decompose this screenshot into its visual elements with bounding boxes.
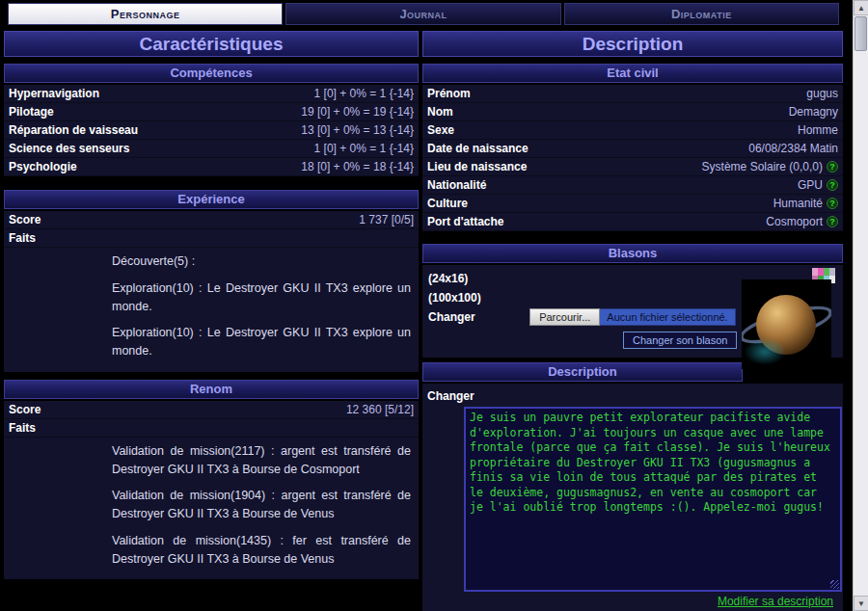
civil-label: Nationalité bbox=[427, 178, 486, 192]
skill-label: Psychologie bbox=[9, 160, 77, 173]
help-icon[interactable]: ? bbox=[827, 179, 838, 191]
modify-description-link[interactable]: Modifier sa description bbox=[422, 595, 833, 608]
renom-section: Score 12 360 [5/12] Faits Validation de … bbox=[4, 401, 419, 580]
skill-value: 13 [0] + 0% = 13 {-14} bbox=[301, 123, 414, 137]
skill-value: 1 [0] + 0% = 1 {-14} bbox=[314, 142, 414, 155]
blason-small-size-label: (24x16) bbox=[428, 272, 468, 285]
civil-value: GPU bbox=[798, 178, 823, 192]
experience-header: Expérience bbox=[4, 190, 419, 209]
civil-label: Port d'attache bbox=[427, 215, 504, 228]
civil-label: Nom bbox=[427, 105, 453, 119]
change-blason-button[interactable]: Changer son blason bbox=[623, 332, 737, 349]
blasons-section: (24x16) (100x100) Changer Parcourir... A… bbox=[422, 265, 843, 358]
renom-faits: Validation de mission(2117) : argent est… bbox=[4, 438, 419, 580]
right-panel-title: Description bbox=[422, 31, 843, 57]
civil-row: Nom Demagny bbox=[422, 103, 843, 121]
scroll-down-icon[interactable]: ▼ bbox=[854, 596, 868, 611]
scroll-up-icon[interactable]: ▲ bbox=[854, 0, 868, 15]
civil-row: Sexe Homme bbox=[422, 121, 843, 140]
skill-label: Hypernavigation bbox=[9, 87, 99, 100]
main-content: Personnage Journal Diplomatie Caractéris… bbox=[0, 0, 853, 611]
experience-section: Score 1 737 [0/5] Faits Découverte(5) : … bbox=[4, 211, 419, 372]
skill-row: Science des senseurs 1 [0] + 0% = 1 {-14… bbox=[4, 140, 419, 158]
help-icon[interactable]: ? bbox=[827, 161, 838, 173]
civil-label: Prénom bbox=[427, 87, 471, 100]
app-window: Personnage Journal Diplomatie Caractéris… bbox=[0, 0, 868, 611]
tab-diplomatie[interactable]: Diplomatie bbox=[564, 3, 839, 25]
resize-grip-icon[interactable] bbox=[830, 580, 839, 589]
etat-civil-header: Etat civil bbox=[422, 64, 843, 83]
blason-large-image bbox=[742, 279, 831, 369]
blason-large-size-label: (100x100) bbox=[428, 291, 481, 305]
skill-row: Pilotage 19 [0] + 0% = 19 {-14} bbox=[4, 103, 419, 121]
left-panel-title: Caractéristiques bbox=[4, 31, 419, 57]
civil-label: Sexe bbox=[427, 123, 454, 137]
faits-label: Faits bbox=[9, 421, 36, 435]
etat-civil-section: Prénom gugus Nom Demagny Sexe Homme Date… bbox=[422, 85, 843, 231]
file-input[interactable]: Parcourir... Aucun fichier sélectionné. bbox=[529, 308, 736, 326]
score-value: 12 360 [5/12] bbox=[346, 403, 414, 416]
civil-value: Humanité bbox=[773, 197, 823, 210]
description-header: Description bbox=[422, 362, 743, 382]
civil-value: 06/08/2384 Matin bbox=[748, 142, 838, 155]
civil-value: Homme bbox=[798, 123, 838, 137]
fait-item: Exploration(10) : Le Destroyer GKU II TX… bbox=[112, 324, 411, 360]
skill-label: Science des senseurs bbox=[9, 142, 129, 155]
civil-label: Lieu de naissance bbox=[427, 160, 527, 173]
score-label: Score bbox=[9, 403, 41, 416]
civil-label: Date de naissance bbox=[427, 142, 529, 155]
fait-item: Découverte(5) : bbox=[112, 252, 411, 271]
civil-value: Demagny bbox=[789, 105, 838, 119]
panel-caracteristiques: Caractéristiques Compétences Hypernaviga… bbox=[4, 31, 419, 611]
faits-label: Faits bbox=[9, 231, 36, 245]
blason-changer-label: Changer bbox=[428, 310, 475, 324]
panel-description: Description Etat civil Prénom gugus Nom … bbox=[422, 31, 843, 611]
skill-row: Psychologie 18 [0] + 0% = 18 {-14} bbox=[4, 158, 419, 176]
tabbar: Personnage Journal Diplomatie bbox=[0, 0, 853, 25]
vertical-scrollbar[interactable]: ▲ ▼ bbox=[853, 0, 868, 611]
score-value: 1 737 [0/5] bbox=[359, 213, 414, 226]
civil-row: Date de naissance 06/08/2384 Matin bbox=[422, 140, 843, 158]
competences-section: Hypernavigation 1 [0] + 0% = 1 {-14} Pil… bbox=[4, 85, 419, 176]
faits-row: Faits bbox=[4, 229, 419, 248]
civil-row: Lieu de naissance Système Solaire (0,0,0… bbox=[422, 158, 843, 176]
fait-item: Validation de mission(1435) : fer est tr… bbox=[112, 532, 411, 569]
file-selected-text: Aucun fichier sélectionné. bbox=[600, 308, 735, 326]
civil-label: Culture bbox=[427, 197, 468, 210]
skill-value: 1 [0] + 0% = 1 {-14} bbox=[314, 87, 414, 100]
skill-value: 19 [0] + 0% = 19 {-14} bbox=[301, 105, 414, 119]
fait-item: Validation de mission(1904) : argent est… bbox=[112, 487, 411, 523]
planet-glow bbox=[744, 338, 786, 365]
faits-row: Faits bbox=[4, 419, 419, 438]
browse-button[interactable]: Parcourir... bbox=[529, 308, 600, 326]
civil-row: Port d'attache Cosmoport ? bbox=[422, 213, 843, 231]
civil-row: Culture Humanité ? bbox=[422, 195, 843, 213]
skill-row: Réparation de vaisseau 13 [0] + 0% = 13 … bbox=[4, 121, 419, 140]
columns: Caractéristiques Compétences Hypernaviga… bbox=[0, 25, 853, 611]
description-textarea[interactable]: Je suis un pauvre petit explorateur paci… bbox=[464, 407, 842, 592]
experience-faits: Découverte(5) : Exploration(10) : Le Des… bbox=[4, 248, 419, 372]
civil-value: gugus bbox=[806, 87, 838, 100]
tab-personnage[interactable]: Personnage bbox=[8, 3, 283, 25]
scrollbar-thumb[interactable] bbox=[854, 16, 867, 51]
blasons-header: Blasons bbox=[422, 244, 843, 263]
score-row: Score 12 360 [5/12] bbox=[4, 401, 419, 419]
civil-value: Cosmoport bbox=[766, 215, 823, 228]
fait-item: Exploration(10) : Le Destroyer GKU II TX… bbox=[112, 279, 411, 316]
civil-row: Nationalité GPU ? bbox=[422, 176, 843, 195]
help-icon[interactable]: ? bbox=[827, 216, 838, 227]
help-icon[interactable]: ? bbox=[827, 198, 838, 209]
civil-row: Prénom gugus bbox=[422, 85, 843, 103]
score-row: Score 1 737 [0/5] bbox=[4, 211, 419, 229]
renom-header: Renom bbox=[4, 380, 419, 399]
fait-item: Validation de mission(2117) : argent est… bbox=[112, 442, 411, 479]
skill-value: 18 [0] + 0% = 18 {-14} bbox=[301, 160, 414, 173]
skill-label: Pilotage bbox=[9, 105, 54, 119]
skill-row: Hypernavigation 1 [0] + 0% = 1 {-14} bbox=[4, 85, 419, 103]
score-label: Score bbox=[9, 213, 41, 226]
competences-header: Compétences bbox=[4, 64, 419, 83]
skill-label: Réparation de vaisseau bbox=[9, 123, 138, 137]
tab-journal[interactable]: Journal bbox=[285, 3, 560, 25]
civil-value: Système Solaire (0,0,0) bbox=[702, 160, 823, 173]
description-section: Changer Je suis un pauvre petit explorat… bbox=[422, 384, 843, 611]
